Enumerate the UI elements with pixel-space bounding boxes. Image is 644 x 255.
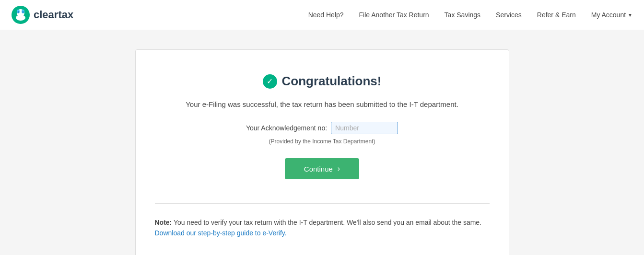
logo[interactable]: cleartax: [12, 6, 73, 24]
main-content: ✓ Congratulations! Your e-Filing was suc…: [0, 30, 644, 255]
header: cleartax Need Help? File Another Tax Ret…: [0, 0, 644, 30]
acknowledgement-input[interactable]: [331, 122, 398, 134]
logo-text: cleartax: [34, 9, 73, 21]
continue-arrow-icon: ›: [338, 164, 340, 173]
nav-refer-earn[interactable]: Refer & Earn: [537, 11, 576, 19]
svg-point-6: [16, 15, 25, 21]
section-divider: [155, 203, 490, 204]
verify-link[interactable]: Download our step-by-step guide to e-Ver…: [155, 229, 287, 237]
svg-point-5: [23, 12, 24, 13]
nav-need-help[interactable]: Need Help?: [308, 11, 344, 19]
content-card: ✓ Congratulations! Your e-Filing was suc…: [135, 49, 509, 255]
ack-note: (Provided by the Income Tax Department): [155, 138, 490, 145]
note-text: You need to verify your tax return with …: [174, 219, 481, 226]
note-section: Note: You need to verify your tax return…: [155, 217, 490, 239]
nav-file-another[interactable]: File Another Tax Return: [359, 11, 429, 19]
ack-label: Your Acknowledgement no:: [246, 124, 327, 132]
svg-point-4: [18, 12, 19, 13]
logo-icon: [12, 6, 30, 24]
continue-button[interactable]: Continue ›: [285, 158, 359, 179]
note-label: Note:: [155, 219, 172, 226]
success-section: ✓ Congratulations! Your e-Filing was suc…: [155, 74, 490, 198]
success-message: Your e-Filing was successful, the tax re…: [155, 100, 490, 108]
acknowledgement-row: Your Acknowledgement no:: [155, 122, 490, 134]
nav-tax-savings[interactable]: Tax Savings: [445, 11, 480, 19]
nav-my-account[interactable]: My Account ▼: [591, 11, 632, 19]
success-header: ✓ Congratulations!: [155, 74, 490, 89]
congrats-title: Congratulations!: [282, 74, 382, 89]
main-nav: Need Help? File Another Tax Return Tax S…: [308, 11, 632, 19]
chevron-down-icon: ▼: [628, 12, 632, 18]
check-circle-icon: ✓: [263, 74, 277, 89]
nav-services[interactable]: Services: [496, 11, 522, 19]
